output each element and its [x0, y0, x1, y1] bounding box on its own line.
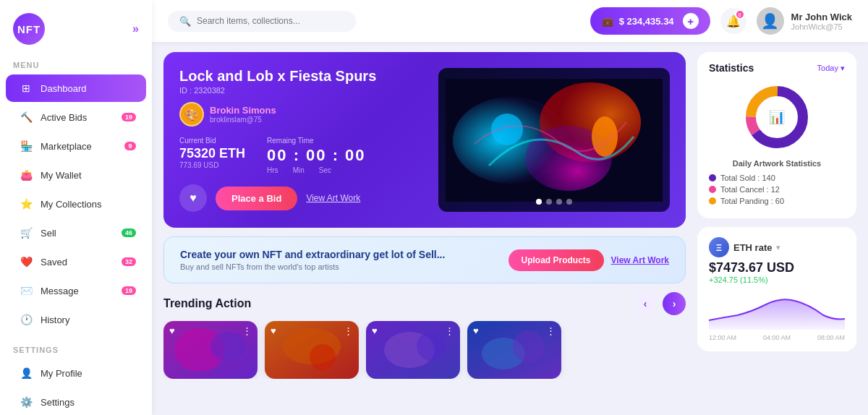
carousel-dot-3[interactable] — [556, 199, 562, 205]
artist-avatar: 🎨 — [179, 102, 204, 127]
donut-chart: 📊 — [741, 81, 813, 153]
stats-chart-label: Daily Artwork Statistics — [709, 159, 845, 168]
hero-artist: 🎨 Brokin Simons broklinslam@75 — [179, 102, 425, 127]
create-buttons: Upload Products View Art Work — [509, 249, 669, 271]
nft-card-1[interactable]: ♥ ⋮ — [163, 321, 258, 379]
create-subtitle: Buy and sell NFTs from the world's top a… — [180, 262, 445, 271]
legend-label-sold: Total Sold : 140 — [720, 174, 775, 182]
message-icon: ✉️ — [19, 283, 33, 298]
card-heart-icon-4[interactable]: ♥ — [473, 325, 479, 336]
content-right: Statistics Today ▾ — [697, 52, 856, 405]
notifications-button[interactable]: 🔔 8 — [720, 8, 746, 34]
sidebar-item-message[interactable]: ✉️ Message 19 — [6, 277, 146, 304]
sidebar-item-my-collections[interactable]: ⭐ My Collections — [6, 190, 146, 218]
artist-name: Brokin Simons — [210, 105, 276, 116]
hero-artwork — [446, 79, 663, 202]
wallet-amount: $ 234,435.34 — [619, 16, 674, 27]
wallet-icon: 💼 — [602, 16, 613, 27]
card-heart-icon-3[interactable]: ♥ — [372, 325, 378, 336]
content-area: Lock and Lob x Fiesta Spurs ID : 2320382… — [152, 42, 868, 415]
card-info-icon-1[interactable]: ⋮ — [242, 325, 252, 336]
legend-dot-cancel — [709, 186, 716, 193]
saved-badge: 32 — [122, 257, 136, 266]
sidebar-item-label: Saved — [41, 257, 67, 268]
upload-products-button[interactable]: Upload Products — [509, 249, 604, 271]
view-artwork-link[interactable]: View Art Work — [611, 255, 669, 265]
avatar: 👤 — [757, 7, 784, 35]
bid-section: Current Bid 75320 ETH 773.69 USD — [179, 137, 245, 174]
hero-id: ID : 2320382 — [179, 86, 425, 95]
view-art-link[interactable]: View Art Work — [306, 193, 360, 203]
stats-filter-button[interactable]: Today ▾ — [817, 64, 845, 73]
hero-bid-area: Current Bid 75320 ETH 773.69 USD Remaing… — [179, 137, 425, 174]
trending-title: Trending Action — [163, 297, 251, 310]
eth-label: ETH rate — [733, 242, 772, 253]
profile-icon: 👤 — [19, 366, 33, 380]
sidebar-item-my-profile[interactable]: 👤 My Profile — [6, 359, 146, 387]
sidebar-item-label: Active Bids — [41, 112, 87, 123]
sidebar-item-label: Sell — [41, 228, 56, 239]
nft-card-4[interactable]: ♥ ⋮ — [467, 321, 561, 379]
header-right: 💼 $ 234,435.34 + 🔔 8 👤 Mr John Wick John… — [590, 7, 852, 35]
search-input[interactable] — [197, 16, 341, 26]
trending-navigation: ‹ › — [634, 292, 686, 315]
sidebar-item-label: Message — [41, 286, 79, 296]
sidebar-item-history[interactable]: 🕐 History — [6, 306, 146, 333]
legend-dot-sold — [709, 174, 716, 181]
nft-card-overlay-3: ♥ ⋮ — [366, 321, 460, 379]
trending-header: Trending Action ‹ › — [163, 292, 686, 315]
history-icon: 🕐 — [19, 312, 33, 327]
wallet-button[interactable]: 💼 $ 234,435.34 + — [590, 7, 710, 35]
search-bar[interactable]: 🔍 — [168, 11, 356, 32]
eth-dropdown-icon[interactable]: ▾ — [776, 243, 780, 252]
artist-details: Brokin Simons broklinslam@75 — [210, 105, 276, 124]
trending-cards: ♥ ⋮ ♥ ⋮ — [163, 321, 686, 379]
eth-rate-panel: Ξ ETH rate ▾ $7473.67 USD +324.75 (11.5%… — [697, 227, 856, 351]
bid-label: Current Bid — [179, 137, 245, 145]
card-info-icon-4[interactable]: ⋮ — [546, 325, 556, 336]
create-text: Create your own NFT and extraordinary ge… — [180, 249, 445, 271]
nft-card-overlay-2: ♥ ⋮ — [265, 321, 359, 379]
nft-card-image-3: ♥ ⋮ — [366, 321, 460, 379]
carousel-dot-4[interactable] — [566, 199, 572, 205]
eth-price: $7473.67 USD — [709, 260, 845, 275]
sidebar-collapse-button[interactable]: » — [132, 22, 139, 35]
sidebar-item-saved[interactable]: ❤️ Saved 32 — [6, 248, 146, 275]
sidebar-item-settings[interactable]: ⚙️ Settings — [6, 388, 146, 415]
trending-prev-button[interactable]: ‹ — [634, 292, 657, 315]
sidebar-item-sell[interactable]: 🛒 Sell 46 — [6, 219, 146, 247]
card-info-icon-3[interactable]: ⋮ — [445, 325, 454, 336]
user-handle: JohnWick@75 — [791, 22, 852, 31]
sidebar-item-label: My Wallet — [41, 170, 82, 181]
create-title: Create your own NFT and extraordinary ge… — [180, 249, 445, 260]
sidebar: NFT » Menu ⊞ Dashboard 🔨 Active Bids 19 … — [0, 0, 152, 415]
sidebar-item-active-bids[interactable]: 🔨 Active Bids 19 — [6, 103, 146, 131]
hero-image — [438, 68, 670, 212]
nft-card-3[interactable]: ♥ ⋮ — [366, 321, 460, 379]
dashboard-icon: ⊞ — [19, 81, 33, 95]
time-section: Remaing Time 00 : 00 : 00 Hrs Min Sec — [267, 137, 366, 174]
hero-heart-button[interactable]: ♥ — [179, 184, 207, 212]
sidebar-item-marketplace[interactable]: 🏪 Marketplace 9 — [6, 132, 146, 160]
sidebar-item-label: History — [41, 315, 69, 325]
carousel-dot-2[interactable] — [546, 199, 552, 205]
legend-label-cancel: Total Cancel : 12 — [720, 185, 780, 194]
nft-card-2[interactable]: ♥ ⋮ — [265, 321, 359, 379]
settings-section-label: Settings — [0, 338, 152, 359]
card-info-icon-2[interactable]: ⋮ — [344, 325, 353, 336]
add-funds-button[interactable]: + — [683, 13, 699, 29]
stats-title: Statistics — [709, 62, 754, 74]
carousel-dot-1[interactable] — [536, 199, 542, 205]
card-heart-icon-2[interactable]: ♥ — [271, 325, 276, 336]
card-heart-icon-1[interactable]: ♥ — [169, 325, 175, 336]
legend-item-cancel: Total Cancel : 12 — [709, 185, 845, 194]
donut-chart-container: 📊 — [709, 81, 845, 153]
svg-point-5 — [592, 116, 618, 157]
sell-badge: 46 — [122, 228, 136, 237]
time-hrs: Hrs — [267, 166, 278, 174]
sidebar-item-dashboard[interactable]: ⊞ Dashboard — [6, 74, 146, 102]
sidebar-item-label: Marketplace — [41, 141, 92, 152]
place-bid-button[interactable]: Place a Bid — [216, 187, 297, 210]
sidebar-item-my-wallet[interactable]: 👛 My Wallet — [6, 161, 146, 189]
trending-next-button[interactable]: › — [663, 292, 686, 315]
